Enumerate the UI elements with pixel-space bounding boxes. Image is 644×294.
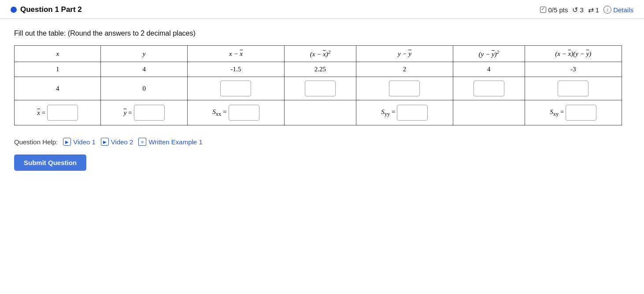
ybar-input[interactable] <box>134 105 165 121</box>
row1-y: 4 <box>101 62 187 77</box>
table-bottom-row: x = y = Sxx = <box>15 100 622 125</box>
row2-ydiff-cell <box>356 77 453 100</box>
question-help-section: Question Help: ▶ Video 1 ▶ Video 2 ≡ Wri… <box>14 138 630 146</box>
content-area: Fill out the table: (Round the answers t… <box>0 19 644 180</box>
sxy-cell: Sxy = <box>525 100 622 125</box>
row2-ydiff-input[interactable] <box>389 81 420 96</box>
help-label: Question Help: <box>14 138 58 146</box>
syy-label: Syy = <box>381 108 395 118</box>
submit-button[interactable]: Submit Question <box>14 154 86 171</box>
row2-y: 0 <box>101 77 187 100</box>
written-example-link[interactable]: ≡ Written Example 1 <box>138 138 202 146</box>
row2-xdiff-input[interactable] <box>220 81 251 96</box>
row1-xdiff-sq: 2.25 <box>285 62 356 77</box>
written-example-icon: ≡ <box>138 138 146 146</box>
row1-x: 1 <box>15 62 101 77</box>
info-icon: i <box>603 6 611 14</box>
xbar-input[interactable] <box>47 105 78 121</box>
syy-cell: Syy = <box>356 100 453 125</box>
row1-xdiff: -1.5 <box>187 62 284 77</box>
col-header-ydiff: y − y <box>356 46 453 62</box>
xbar-cell: x = <box>15 100 101 125</box>
undo-icon: ↺ <box>572 6 578 14</box>
sxx-cell: Sxx = <box>187 100 284 125</box>
col-header-y: y <box>101 46 187 62</box>
video2-label: Video 2 <box>111 138 133 146</box>
video1-label: Video 1 <box>73 138 96 146</box>
video1-play-icon: ▶ <box>63 138 71 146</box>
score-text: 0/5 pts <box>548 6 568 14</box>
sxx-input[interactable] <box>229 105 259 121</box>
row2-product-cell <box>525 77 622 100</box>
details-link[interactable]: Details <box>613 6 633 14</box>
retries-section: ↺ 3 <box>572 6 583 14</box>
question-title-text: Question 1 Part 2 <box>20 5 82 14</box>
xbar-label: x = <box>37 109 45 117</box>
table-row-2: 4 0 <box>15 77 622 100</box>
row2-ydiff-sq-cell <box>453 77 525 100</box>
col-header-xdiff: x − x <box>187 46 284 62</box>
score-section: 0/5 pts <box>540 6 568 14</box>
page-container: Question 1 Part 2 0/5 pts ↺ 3 ⇄ 1 i Deta… <box>0 0 644 294</box>
video1-link[interactable]: ▶ Video 1 <box>63 138 96 146</box>
sxy-input[interactable] <box>566 105 596 121</box>
header-right: 0/5 pts ↺ 3 ⇄ 1 i Details <box>540 6 633 14</box>
info-section: i Details <box>603 6 633 14</box>
retries-text: 3 <box>580 6 583 14</box>
instruction-text: Fill out the table: (Round the answers t… <box>14 29 630 37</box>
table-row-1: 1 4 -1.5 2.25 2 4 -3 <box>15 62 622 77</box>
submissions-section: ⇄ 1 <box>588 6 599 14</box>
row1-product: -3 <box>525 62 622 77</box>
score-icon <box>540 7 546 13</box>
video2-link[interactable]: ▶ Video 2 <box>101 138 133 146</box>
ybar-cell: y = <box>101 100 187 125</box>
empty-cell-2 <box>453 100 525 125</box>
row2-xdiff-sq-cell <box>285 77 356 100</box>
data-table: x y x − x (x − x)2 y − y (y − y)2 (x − x… <box>14 45 622 125</box>
col-header-xdiff-sq: (x − x)2 <box>285 46 356 62</box>
row1-ydiff: 2 <box>356 62 453 77</box>
row2-xdiff-sq-input[interactable] <box>305 81 336 96</box>
col-header-product: (x − x)(y − y) <box>525 46 622 62</box>
row1-ydiff-sq: 4 <box>453 62 525 77</box>
col-header-ydiff-sq: (y − y)2 <box>453 46 525 62</box>
row2-x: 4 <box>15 77 101 100</box>
video2-play-icon: ▶ <box>101 138 109 146</box>
col-header-x: x <box>15 46 101 62</box>
row2-xdiff-cell <box>187 77 284 100</box>
syy-input[interactable] <box>397 105 428 121</box>
question-title: Question 1 Part 2 <box>11 5 82 14</box>
table-wrapper: x y x − x (x − x)2 y − y (y − y)2 (x − x… <box>14 45 630 125</box>
table-header-row: x y x − x (x − x)2 y − y (y − y)2 (x − x… <box>15 46 622 62</box>
ybar-label: y = <box>124 109 132 117</box>
empty-cell-1 <box>285 100 356 125</box>
submissions-text: 1 <box>596 6 599 14</box>
blue-dot-icon <box>11 7 17 13</box>
written-example-label: Written Example 1 <box>148 138 202 146</box>
redo-icon: ⇄ <box>588 6 594 14</box>
question-header: Question 1 Part 2 0/5 pts ↺ 3 ⇄ 1 i Deta… <box>0 0 644 19</box>
sxx-label: Sxx = <box>212 108 226 118</box>
row2-product-input[interactable] <box>558 81 588 96</box>
sxy-label: Sxy = <box>550 108 564 118</box>
row2-ydiff-sq-input[interactable] <box>474 81 504 96</box>
